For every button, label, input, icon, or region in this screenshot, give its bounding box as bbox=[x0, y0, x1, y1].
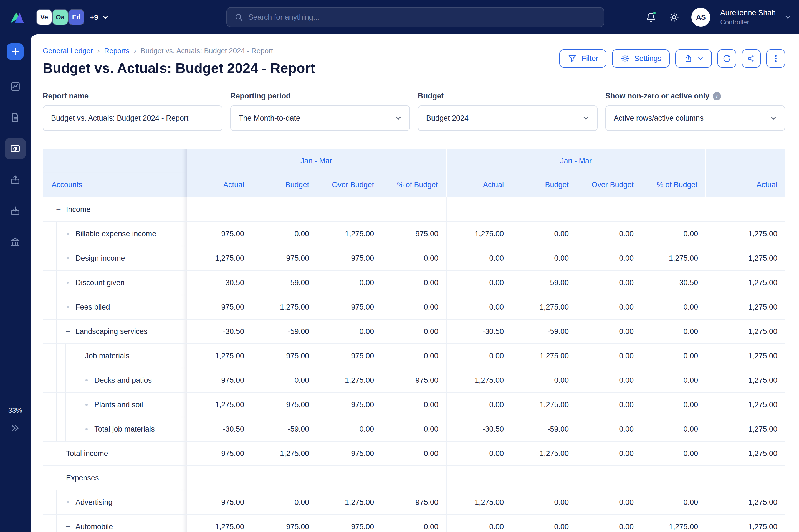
bullet-icon bbox=[65, 271, 75, 294]
workspace-chips: VeOaEd bbox=[37, 10, 85, 25]
tree-guide bbox=[56, 295, 65, 319]
value-cell: 975.00 bbox=[382, 490, 447, 514]
tree-guide bbox=[56, 368, 65, 392]
settings-gear-button[interactable] bbox=[665, 8, 684, 26]
value-cell: 1,275.00 bbox=[706, 417, 785, 441]
account-label[interactable]: Billable expense income bbox=[75, 222, 156, 246]
account-label[interactable]: Landscaping services bbox=[75, 320, 148, 343]
value-cell: 1,275.00 bbox=[706, 441, 785, 466]
chevron-down-icon bbox=[583, 115, 589, 121]
value-cell: 975.00 bbox=[382, 222, 447, 246]
value-cell: 0.00 bbox=[576, 490, 642, 514]
notifications-button[interactable] bbox=[642, 8, 660, 26]
account-cell: Total income bbox=[43, 441, 187, 466]
table-row: −Job materials1,275.00975.00975.000.000.… bbox=[43, 344, 785, 368]
account-label[interactable]: Advertising bbox=[75, 490, 113, 514]
tree-guide bbox=[56, 222, 65, 246]
account-cell: −Income bbox=[43, 197, 187, 221]
settings-button[interactable]: Settings bbox=[612, 50, 670, 68]
expand-sidebar-button[interactable] bbox=[10, 423, 20, 433]
collapse-icon[interactable]: − bbox=[56, 466, 66, 490]
value-cell: 1,275.00 bbox=[447, 222, 512, 246]
value-cell: 0.00 bbox=[447, 393, 512, 417]
value-cell: 1,275.00 bbox=[706, 393, 785, 417]
column-header: Budget bbox=[252, 172, 317, 197]
column-header: % of Budget bbox=[382, 172, 447, 197]
insights-icon bbox=[10, 81, 21, 92]
breadcrumb-current: Budget vs. Actuals: Budget 2024 - Report bbox=[141, 46, 273, 55]
account-label[interactable]: Discount given bbox=[75, 271, 125, 294]
account-label[interactable]: Design income bbox=[75, 246, 125, 270]
account-label[interactable]: Fees biled bbox=[75, 295, 110, 319]
more-options-button[interactable] bbox=[766, 50, 785, 68]
value-cell: 1,275.00 bbox=[317, 368, 382, 392]
account-label[interactable]: Decks and patios bbox=[94, 368, 152, 392]
user-avatar[interactable]: AS bbox=[691, 8, 710, 26]
value-cell: -30.50 bbox=[447, 320, 512, 343]
user-meta[interactable]: Aurelienne Shah Controller bbox=[720, 8, 776, 26]
account-label[interactable]: Expenses bbox=[66, 466, 99, 490]
account-label[interactable]: Plants and soil bbox=[94, 393, 143, 417]
value-cell: 0.00 bbox=[576, 393, 642, 417]
value-cell: 0.00 bbox=[512, 515, 576, 532]
filter-button-label: Filter bbox=[582, 54, 598, 63]
sidebar-item-general-ledger[interactable] bbox=[5, 138, 26, 159]
sidebar-item-insights[interactable] bbox=[5, 76, 26, 97]
account-label[interactable]: Job materials bbox=[85, 344, 130, 368]
tree-guide bbox=[75, 368, 84, 392]
collapse-icon[interactable]: − bbox=[65, 320, 75, 343]
collapse-icon[interactable]: − bbox=[65, 515, 75, 532]
collapse-icon[interactable]: − bbox=[56, 197, 66, 221]
report-name-input[interactable] bbox=[51, 114, 214, 122]
share-button[interactable] bbox=[742, 50, 761, 68]
reporting-period-field: Reporting period The Month-to-date bbox=[230, 92, 410, 131]
show-filter-select[interactable]: Active rows/active columns bbox=[605, 106, 785, 131]
budget-select[interactable]: Budget 2024 bbox=[418, 106, 597, 131]
value-cell: 0.00 bbox=[382, 271, 447, 294]
tree-guide bbox=[65, 368, 75, 392]
account-cell: Billable expense income bbox=[43, 222, 187, 246]
value-cell: 1,275.00 bbox=[706, 271, 785, 294]
value-cell: -59.00 bbox=[252, 271, 317, 294]
search-input[interactable] bbox=[248, 13, 596, 22]
reporting-period-select[interactable]: The Month-to-date bbox=[230, 106, 410, 131]
export-button[interactable] bbox=[675, 50, 712, 68]
sidebar-item-imports[interactable] bbox=[5, 200, 26, 221]
sidebar-bottom: 33% bbox=[8, 406, 22, 532]
workspace-chip[interactable]: Ve bbox=[37, 10, 52, 25]
zoom-level-label[interactable]: 33% bbox=[8, 406, 22, 414]
breadcrumb-reports[interactable]: Reports bbox=[104, 46, 129, 55]
sidebar-item-bank[interactable] bbox=[5, 231, 26, 252]
account-label[interactable]: Total job materials bbox=[94, 417, 155, 441]
workspace-caret-icon[interactable] bbox=[102, 14, 109, 20]
value-cell: 1,275.00 bbox=[447, 490, 512, 514]
workspace-chip[interactable]: Oa bbox=[53, 10, 68, 25]
create-new-button[interactable] bbox=[7, 43, 24, 60]
value-cell: 0.00 bbox=[576, 515, 642, 532]
sidebar-item-exports[interactable] bbox=[5, 169, 26, 190]
sidebar-item-documents[interactable] bbox=[5, 107, 26, 128]
value-cell: 975.00 bbox=[252, 393, 317, 417]
filter-button[interactable]: Filter bbox=[559, 50, 607, 68]
workspace-chip[interactable]: Ed bbox=[69, 10, 84, 25]
value-cell: 0.00 bbox=[576, 344, 642, 368]
account-label[interactable]: Income bbox=[66, 197, 91, 221]
value-cell: 1,275.00 bbox=[512, 441, 576, 466]
breadcrumb-general-ledger[interactable]: General Ledger bbox=[43, 46, 93, 55]
info-icon[interactable]: i bbox=[713, 92, 721, 100]
history-button[interactable] bbox=[718, 50, 736, 68]
app-logo-icon[interactable] bbox=[9, 9, 25, 25]
account-label[interactable]: Automobile bbox=[75, 515, 113, 532]
value-cell: 0.00 bbox=[447, 271, 512, 294]
account-label[interactable]: Total income bbox=[66, 441, 108, 466]
value-cell: -59.00 bbox=[512, 417, 576, 441]
value-cell bbox=[447, 466, 512, 490]
collapse-icon[interactable]: − bbox=[75, 344, 85, 368]
value-cell: 0.00 bbox=[576, 271, 642, 294]
bullet-icon bbox=[84, 417, 94, 441]
workspace-more-count[interactable]: +9 bbox=[90, 13, 98, 22]
user-menu-caret-icon[interactable] bbox=[784, 14, 791, 20]
table-row: Fees biled975.001,275.00975.000.000.001,… bbox=[43, 295, 785, 320]
value-cell bbox=[512, 197, 576, 221]
bullet-icon bbox=[65, 246, 75, 270]
